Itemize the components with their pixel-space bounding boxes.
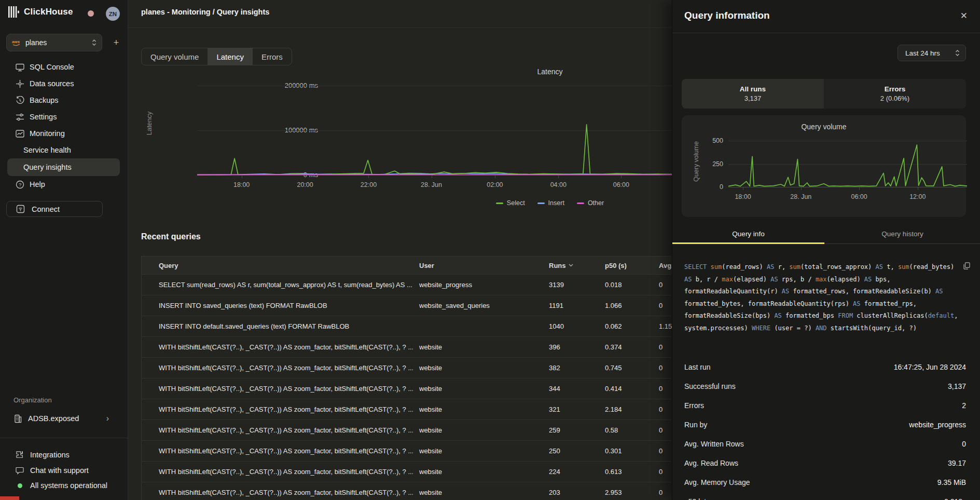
sidebar-item-sql-console[interactable]: SQL Console xyxy=(0,59,128,75)
x-tick-mark xyxy=(368,175,369,178)
service-name: planes xyxy=(25,38,92,47)
tab-query-info[interactable]: Query info xyxy=(672,224,824,244)
organization-switcher[interactable]: ADSB.exposed › xyxy=(7,410,120,427)
legend-item-select[interactable]: Select xyxy=(496,199,525,207)
help-icon: ? xyxy=(16,180,24,189)
table-cell: WITH bitShiftLeft(CAST(?..), _CAST(?..))… xyxy=(159,379,413,399)
service-selector[interactable]: aws planes xyxy=(6,34,102,51)
sidebar-item-label: Query insights xyxy=(23,163,72,171)
x-tick-mark xyxy=(242,175,242,178)
x-tick-mark xyxy=(305,175,306,178)
segment-all-runs[interactable]: All runs 3,137 xyxy=(682,79,824,109)
sidebar-item-help[interactable]: ? Help xyxy=(0,176,128,193)
table-cell: WITH bitShiftLeft(CAST(?..), _CAST(?..))… xyxy=(159,399,413,420)
legend-item-other[interactable]: Other xyxy=(577,199,604,207)
sidebar: ClickHouse ZN aws planes + SQL Console D… xyxy=(0,0,128,500)
table-cell: 224 xyxy=(549,462,598,482)
x-tick-label: 06:00 xyxy=(841,193,877,200)
sidebar-item-system-status[interactable]: All systems operational xyxy=(16,479,107,492)
console-icon xyxy=(16,63,24,72)
x-tick-mark xyxy=(558,175,559,178)
x-tick-label: 18:00 xyxy=(224,181,260,188)
sidebar-item-query-insights[interactable]: Query insights xyxy=(7,158,120,176)
legend-dash-icon xyxy=(577,202,584,204)
close-icon[interactable]: ✕ xyxy=(960,11,968,20)
table-cell: 2.953 xyxy=(605,482,652,500)
stat-label: Run by xyxy=(684,421,707,429)
sidebar-item-settings[interactable]: Settings xyxy=(0,109,128,125)
table-cell: website_progress xyxy=(419,275,539,295)
sidebar-item-integrations[interactable]: Integrations xyxy=(16,449,70,461)
table-cell: 1191 xyxy=(549,295,598,316)
stat-label: p50 latency xyxy=(684,497,722,500)
stat-label: Errors xyxy=(684,401,704,410)
add-service-button[interactable]: + xyxy=(109,35,123,50)
connect-icon xyxy=(16,205,25,213)
table-cell: 0.018 xyxy=(605,275,652,295)
stat-row: Errors2 xyxy=(684,396,966,415)
table-cell: 0.613 xyxy=(605,462,652,482)
query-stats-list: Last run16:47:25, Jun 28 2024Successful … xyxy=(684,357,966,500)
column-header-runs[interactable]: Runs xyxy=(549,256,598,274)
user-avatar[interactable]: ZN xyxy=(106,7,120,21)
clickhouse-logo-icon xyxy=(8,6,19,18)
query-volume-card: Query volume Query volume 0250500 18:002… xyxy=(682,115,966,217)
table-cell: website xyxy=(419,420,539,440)
recent-queries-title: Recent queries xyxy=(141,232,201,241)
stat-label: Last run xyxy=(684,363,711,371)
segment-value: 2 (0.06%) xyxy=(880,94,909,102)
x-tick-label: 02:00 xyxy=(477,181,513,188)
table-cell: 259 xyxy=(549,420,598,440)
x-tick-mark xyxy=(743,187,743,190)
footer-item-label: All systems operational xyxy=(30,481,107,490)
breadcrumb: planes - Monitoring / Query insights xyxy=(141,8,269,16)
table-cell: WITH bitShiftLeft(CAST(?..), _CAST(?..))… xyxy=(159,441,413,461)
sidebar-item-service-health[interactable]: Service health xyxy=(0,142,128,158)
copy-icon[interactable] xyxy=(963,262,970,269)
legend-item-insert[interactable]: Insert xyxy=(537,199,564,207)
x-tick-mark xyxy=(432,175,432,178)
stat-label: Successful runs xyxy=(684,382,736,390)
table-cell: 0.301 xyxy=(605,441,652,461)
sidebar-item-label: Monitoring xyxy=(30,129,65,138)
table-cell: 382 xyxy=(549,358,598,378)
stat-row: Avg. Memory Usage9.35 MiB xyxy=(684,472,966,492)
stat-value: 2 xyxy=(962,401,966,410)
notification-dot xyxy=(88,10,94,17)
svg-text:?: ? xyxy=(19,182,21,187)
table-cell: website xyxy=(419,399,539,420)
y-tick-label: 0 xyxy=(720,183,723,191)
column-header-query[interactable]: Query xyxy=(159,256,413,274)
sidebar-item-backups[interactable]: Backups xyxy=(0,92,128,109)
stat-value: 9.35 MiB xyxy=(937,478,966,487)
tab-query-history[interactable]: Query history xyxy=(824,224,980,244)
query-information-panel: Query information ✕ Last 24 hrs All runs… xyxy=(672,0,980,500)
table-cell: website xyxy=(419,441,539,461)
sidebar-item-data-sources[interactable]: Data sources xyxy=(0,75,128,92)
table-cell: website xyxy=(419,379,539,399)
column-header-p50-s-[interactable]: p50 (s) xyxy=(605,256,652,274)
connect-label: Connect xyxy=(32,205,60,213)
legend-label: Select xyxy=(507,199,525,207)
stat-row: p50 latency0.018s xyxy=(684,492,966,500)
connect-button[interactable]: Connect xyxy=(6,201,103,217)
time-range-select[interactable]: Last 24 hrs xyxy=(898,45,966,61)
table-cell: INSERT INTO saved_queries (text) FORMAT … xyxy=(159,295,413,316)
stat-value: 0.018s xyxy=(944,497,966,500)
table-cell: 1040 xyxy=(549,316,598,336)
table-cell: website xyxy=(419,358,539,378)
table-cell: 0.374 xyxy=(605,337,652,357)
table-cell: 203 xyxy=(549,482,598,500)
table-cell xyxy=(419,316,539,336)
chevron-right-icon: › xyxy=(106,414,109,423)
footer-item-label: Chat with support xyxy=(30,466,89,475)
x-tick-label: 12:00 xyxy=(900,193,936,200)
sidebar-item-monitoring[interactable]: Monitoring xyxy=(0,125,128,142)
sidebar-item-chat-support[interactable]: Chat with support xyxy=(16,464,89,477)
bottom-left-red-bar xyxy=(0,496,19,500)
segment-errors[interactable]: Errors 2 (0.06%) xyxy=(824,79,966,109)
column-header-user[interactable]: User xyxy=(419,256,539,274)
query-volume-plot xyxy=(728,127,967,187)
organization-heading: Organization xyxy=(13,396,52,404)
table-cell: 344 xyxy=(549,379,598,399)
